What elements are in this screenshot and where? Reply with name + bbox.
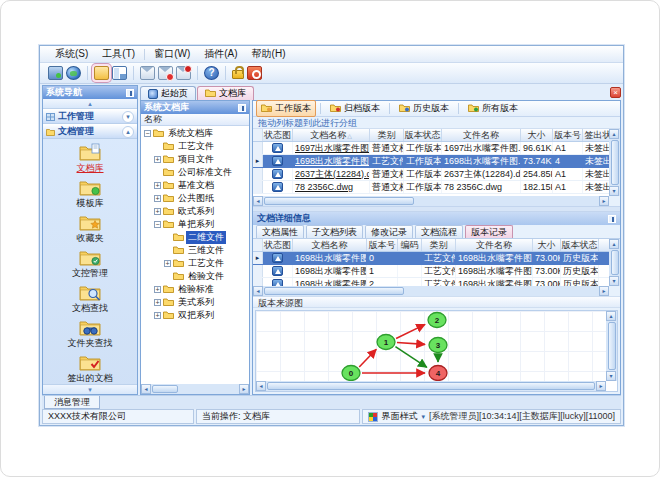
scroll-down-icon[interactable] <box>606 371 616 381</box>
mail-open-icon[interactable] <box>158 66 173 80</box>
tree-column-header[interactable]: 名称 <box>141 114 249 126</box>
sidebar-item-模板库[interactable]: 模板库 <box>77 178 104 210</box>
tree-item-系统文档库[interactable]: −系统文档库 <box>141 127 249 140</box>
tree-item-美式系列[interactable]: +美式系列 <box>141 296 249 309</box>
mail-icon[interactable] <box>140 66 155 80</box>
column-header-状态图[interactable]: 状态图 <box>263 129 293 141</box>
button-归档版本[interactable]: 归档版本 <box>325 100 385 117</box>
pin-icon[interactable] <box>238 104 246 112</box>
scroll-right-icon[interactable] <box>599 196 609 206</box>
h-scrollbar[interactable] <box>141 384 249 394</box>
chevron-up-icon[interactable] <box>122 126 134 138</box>
interface-style-icon[interactable] <box>368 412 378 422</box>
column-header-文件名称[interactable]: 文件名称 <box>456 239 533 251</box>
expand-icon[interactable]: + <box>154 299 161 306</box>
tree-item-工艺文件[interactable]: 工艺文件 <box>141 140 249 153</box>
column-header-版本状态[interactable]: 版本状态 <box>561 239 599 251</box>
button-工作版本[interactable]: 工作版本 <box>256 100 316 117</box>
scrollbar-thumb[interactable] <box>152 385 178 393</box>
column-header-文件名称[interactable]: 文件名称 <box>442 129 521 141</box>
column-header-签出状态[interactable]: 签出状态 <box>583 129 609 141</box>
sidebar-item-文控管理[interactable]: 文控管理 <box>72 248 108 280</box>
layout-icon[interactable] <box>112 66 127 80</box>
expand-icon[interactable]: + <box>154 156 161 163</box>
tab-文档属性[interactable]: 文档属性 <box>256 225 304 238</box>
tree-item-检验文件[interactable]: 检验文件 <box>141 270 249 283</box>
scroll-left-icon[interactable] <box>141 384 151 394</box>
column-header-状态图[interactable]: 状态图 <box>263 239 293 251</box>
table-row[interactable]: 2637主体(12284).dwg普通文档工作版本2637主体(12284).d… <box>253 168 609 181</box>
expand-icon[interactable]: + <box>154 195 161 202</box>
lock-icon[interactable] <box>232 70 244 79</box>
menu-item[interactable]: 帮助(H) <box>245 46 293 62</box>
dropdown-arrow-icon[interactable]: ▾ <box>422 413 426 421</box>
column-header-大小[interactable]: 大小 <box>521 129 553 141</box>
sidebar-item-文档库[interactable]: 文档库 <box>77 143 104 175</box>
scrollbar-thumb[interactable] <box>267 382 595 390</box>
sidebar-group-document[interactable]: 文档管理 <box>43 124 137 139</box>
table-row[interactable]: ▸1698出水嘴零件图.dwg0工艺文件1698出水嘴零件图.dwg73.00K… <box>253 252 609 265</box>
tree-item-三维文件[interactable]: 三维文件 <box>141 244 249 257</box>
tab-版本记录[interactable]: 版本记录 <box>465 225 513 238</box>
tab-修改记录[interactable]: 修改记录 <box>365 225 413 238</box>
sidebar-item-收藏夹[interactable]: 收藏夹 <box>77 213 104 245</box>
tree-item-二维文件[interactable]: 二维文件 <box>141 231 249 244</box>
help-icon[interactable] <box>204 66 219 80</box>
expand-icon[interactable]: + <box>154 312 161 319</box>
scrollbar-thumb[interactable] <box>608 322 616 370</box>
scroll-left-icon[interactable] <box>253 196 263 206</box>
expand-icon[interactable]: + <box>164 260 171 267</box>
pin-icon[interactable] <box>608 215 616 223</box>
h-scrollbar[interactable] <box>256 381 606 391</box>
button-历史版本[interactable]: 历史版本 <box>394 100 454 117</box>
column-header-类别[interactable]: 类别 <box>370 129 404 141</box>
globe-icon[interactable] <box>66 66 81 80</box>
scroll-right-icon[interactable] <box>239 384 249 394</box>
chevron-down-icon[interactable] <box>122 111 134 123</box>
folder-open-icon[interactable] <box>94 66 109 80</box>
scroll-down-icon[interactable] <box>609 186 619 196</box>
scroll-down-icon[interactable] <box>609 276 619 286</box>
scroll-up-icon[interactable] <box>609 239 619 249</box>
sidebar-item-文档查找[interactable]: 文档查找 <box>72 283 108 315</box>
column-header-版本号[interactable]: 版本号 <box>553 129 583 141</box>
column-header-版本号[interactable]: 版本号 <box>367 239 398 251</box>
tree-item-基准文档[interactable]: +基准文档 <box>141 179 249 192</box>
close-tab-button[interactable] <box>610 87 621 98</box>
scroll-down-strip[interactable]: ▾ <box>43 384 137 394</box>
scroll-right-icon[interactable] <box>599 286 609 296</box>
tree-item-项目文件[interactable]: +项目文件 <box>141 153 249 166</box>
tree-item-公司标准文件[interactable]: 公司标准文件 <box>141 166 249 179</box>
scrollbar-thumb[interactable] <box>611 250 619 275</box>
sidebar-item-文件夹查找[interactable]: 文件夹查找 <box>68 318 113 350</box>
power-icon[interactable] <box>247 66 262 80</box>
collapse-icon[interactable]: − <box>154 221 161 228</box>
scroll-left-icon[interactable] <box>253 286 263 296</box>
column-header-编码[interactable]: 编码 <box>398 239 422 251</box>
tree-item-双把系列[interactable]: +双把系列 <box>141 309 249 322</box>
scroll-right-icon[interactable] <box>596 381 606 391</box>
menu-item[interactable]: 工具(T) <box>95 46 142 62</box>
tree-item-单把系列[interactable]: −单把系列 <box>141 218 249 231</box>
expand-icon[interactable]: + <box>154 208 161 215</box>
tree-item-欧式系列[interactable]: +欧式系列 <box>141 205 249 218</box>
sidebar-item-签出的文档[interactable]: 签出的文档 <box>68 353 113 384</box>
column-header-文档名称[interactable]: 文档名称 <box>293 239 367 251</box>
tree-item-检验标准[interactable]: +检验标准 <box>141 283 249 296</box>
sidebar-group-work[interactable]: 工作管理 <box>43 109 137 124</box>
collapse-icon[interactable]: − <box>144 130 151 137</box>
pin-icon[interactable] <box>126 89 134 97</box>
table-row[interactable]: 78 2356C.dwg普通文档工作版本78 2356C.dwg182.15KB… <box>253 181 609 194</box>
button-所有版本[interactable]: 所有版本 <box>463 100 523 117</box>
table-row[interactable]: ▸1698出水嘴零件图.dwg工艺文件工作版本1698出水嘴零件图.dwg73.… <box>253 155 609 168</box>
tab-子文档列表[interactable]: 子文档列表 <box>306 225 363 238</box>
scrollbar-thumb[interactable] <box>264 287 404 295</box>
h-scrollbar[interactable] <box>253 196 609 206</box>
table-row[interactable]: 1697出水嘴零件图.dwg普通文档工作版本1697出水嘴零件图.dwg96.6… <box>253 142 609 155</box>
expand-icon[interactable]: + <box>154 182 161 189</box>
message-tab[interactable]: 消息管理 <box>44 396 100 409</box>
h-scrollbar[interactable] <box>253 286 609 296</box>
scrollbar-thumb[interactable] <box>264 197 414 205</box>
menu-item[interactable]: 系统(S) <box>48 46 95 62</box>
v-scrollbar[interactable] <box>609 129 620 196</box>
